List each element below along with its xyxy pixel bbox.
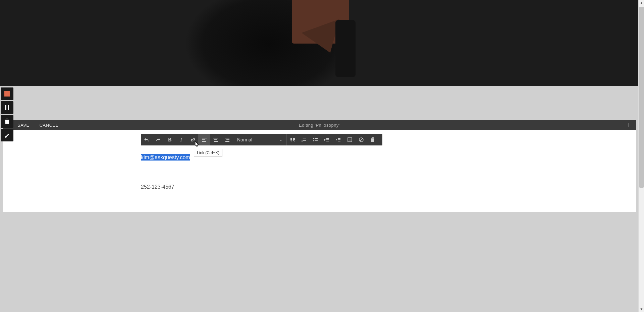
align-left-icon [202, 138, 207, 142]
format-selected-label: Normal [237, 137, 252, 142]
delete-button[interactable] [367, 134, 378, 145]
link-tooltip: Link (Ctrl+K) [194, 149, 222, 157]
svg-rect-9 [226, 139, 229, 140]
svg-rect-10 [225, 141, 229, 142]
redo-icon [155, 137, 161, 142]
save-button[interactable]: SAVE [17, 123, 30, 128]
blockquote-button[interactable] [287, 134, 298, 145]
align-center-icon [213, 138, 218, 142]
add-block-button[interactable]: + [627, 121, 631, 129]
svg-line-23 [360, 138, 363, 141]
svg-rect-13 [303, 138, 306, 138]
svg-rect-5 [213, 138, 218, 138]
draw-button[interactable] [1, 129, 13, 141]
align-center-button[interactable] [210, 134, 221, 145]
svg-rect-2 [202, 138, 207, 138]
scrollbar-thumb[interactable] [639, 7, 644, 188]
ordered-list-button[interactable]: 12 [298, 134, 310, 145]
indent-icon [336, 138, 340, 142]
edit-header-bar: SAVE CANCEL Editing 'Philosophy' + [3, 120, 636, 130]
unordered-list-icon [313, 137, 318, 142]
svg-rect-3 [202, 139, 205, 140]
record-stop-button[interactable] [1, 87, 13, 100]
undo-button[interactable] [141, 134, 152, 145]
bold-icon: B [168, 137, 172, 143]
link-button[interactable] [187, 134, 198, 145]
trash-button[interactable] [1, 115, 13, 128]
svg-point-16 [313, 140, 314, 141]
pause-button[interactable] [1, 101, 13, 114]
svg-text:1: 1 [302, 137, 303, 139]
redo-button[interactable] [152, 134, 164, 145]
svg-point-15 [313, 138, 314, 139]
indent-button[interactable] [332, 134, 344, 145]
quote-icon [290, 138, 295, 142]
hero-image [0, 0, 644, 86]
format-dropdown[interactable]: Normal ⌄ [233, 134, 286, 145]
trash-icon [5, 119, 9, 124]
record-stop-icon [4, 91, 10, 97]
chevron-down-icon: ⌄ [279, 137, 282, 142]
block-icon [347, 137, 352, 142]
svg-rect-20 [348, 139, 351, 139]
cancel-button[interactable]: CANCEL [40, 123, 58, 128]
outdent-button[interactable] [321, 134, 332, 145]
svg-rect-17 [315, 138, 318, 139]
pause-icon [5, 105, 9, 110]
brush-icon [4, 132, 10, 138]
svg-rect-21 [348, 140, 351, 140]
link-icon [190, 137, 195, 142]
trash-icon [371, 137, 375, 142]
bold-button[interactable]: B [164, 134, 175, 145]
svg-text:2: 2 [302, 140, 303, 142]
svg-rect-18 [315, 140, 318, 141]
svg-rect-4 [202, 141, 206, 142]
align-left-button[interactable] [199, 134, 210, 145]
scroll-up-arrow-icon[interactable]: ▲ [639, 0, 644, 6]
ordered-list-icon: 12 [302, 137, 306, 142]
screen-recorder-controls [1, 87, 13, 141]
svg-rect-6 [214, 139, 217, 140]
hero-fabric-shape [335, 20, 356, 77]
editing-title: Editing 'Philosophy' [299, 123, 340, 128]
outdent-icon [324, 138, 329, 142]
svg-rect-8 [225, 138, 229, 138]
italic-icon: I [180, 137, 182, 143]
unordered-list-button[interactable] [310, 134, 321, 145]
align-right-button[interactable] [221, 134, 233, 145]
align-right-icon [225, 138, 229, 142]
editor-text-content[interactable]: kim@askquesty.com 252-123-4567 [141, 154, 190, 190]
undo-icon [144, 137, 149, 142]
phone-text[interactable]: 252-123-4567 [141, 184, 190, 190]
vertical-scrollbar[interactable]: ▲ ▼ [638, 0, 644, 312]
italic-button[interactable]: I [175, 134, 187, 145]
svg-rect-1 [8, 105, 9, 110]
scroll-down-arrow-icon[interactable]: ▼ [639, 306, 644, 312]
selected-email-text[interactable]: kim@askquesty.com [141, 154, 190, 161]
svg-rect-14 [303, 140, 306, 141]
clear-format-button[interactable] [356, 134, 367, 145]
svg-rect-0 [5, 105, 6, 110]
insert-block-button[interactable] [344, 134, 356, 145]
rich-text-toolbar: B I Normal ⌄ 12 [141, 134, 382, 145]
svg-rect-7 [214, 141, 218, 142]
clear-icon [359, 137, 364, 142]
